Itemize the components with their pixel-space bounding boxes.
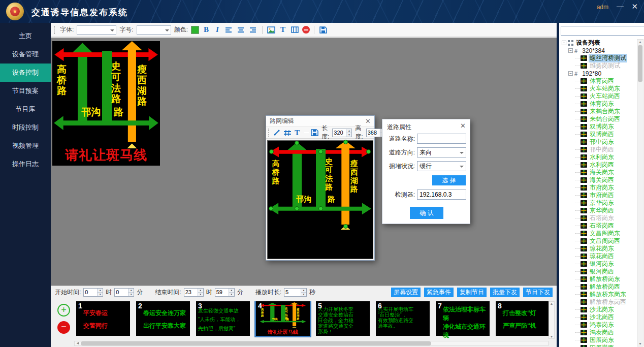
line-tool-icon[interactable] [273, 128, 280, 137]
align-right-icon[interactable] [249, 25, 258, 35]
scroll-left-icon[interactable]: ◄ [75, 341, 81, 345]
tree-device-解放桥岗西[interactable]: 解放桥岗西 [575, 283, 637, 291]
tree-device-沙北岗东[interactable]: 沙北岗东 [575, 306, 637, 313]
image-icon[interactable] [267, 25, 276, 35]
start-hour-input[interactable] [84, 289, 97, 296]
edit-handle[interactable] [366, 149, 371, 154]
tree-device-来鹤台岗西[interactable]: 来鹤台岗西 [575, 115, 637, 123]
tree-device-来鹤台岗东[interactable]: 来鹤台岗东 [575, 108, 637, 115]
collapse-icon[interactable]: − [568, 71, 573, 76]
minimize-button[interactable]: — [617, 2, 624, 10]
tree-device-解放桥东岗西[interactable]: 解放桥东岗西 [575, 298, 637, 306]
tree-device-京华岗西[interactable]: 京华岗西 [575, 207, 637, 214]
program-thumbnail-3[interactable]: 3发生轻微交通事故“人未伤，车能动，先拍照，后撤离” [196, 301, 250, 336]
program-vertical-scrollbar[interactable]: ▲▼ [549, 301, 555, 339]
tree-device-邗中岗西[interactable]: 邗中岗西 [575, 146, 637, 153]
tree-device-沙北岗西[interactable]: 沙北岗西 [575, 313, 637, 321]
collapse-icon[interactable]: − [562, 41, 566, 45]
bold-icon[interactable]: B [202, 25, 210, 34]
stepper-arrows[interactable]: ▲▼ [229, 289, 234, 296]
scroll-up-icon[interactable]: ▲ [638, 40, 642, 44]
tree-device-解放桥岗东[interactable]: 解放桥岗东 [575, 275, 637, 283]
sign-preview[interactable]: 高桥路史可法路瘦西湖路邗沟路 请礼让斑马线 [52, 41, 160, 166]
tree-device-体育岗东[interactable]: 体育岗东 [575, 100, 637, 108]
sidebar-item-节目预案[interactable]: 节目预案 [0, 82, 51, 100]
align-left-icon[interactable] [224, 25, 234, 35]
program-thumbnail-6[interactable]: 6扎实开展电动车“百日整治”，有效预防道路交通事故。 [376, 301, 430, 336]
tree-device-体育岗西[interactable]: 体育岗西 [575, 77, 637, 85]
tree-device-银河岗东[interactable]: 银河岗东 [575, 260, 637, 268]
tree-device-海关岗东[interactable]: 海关岗东 [575, 169, 637, 176]
end-hour-input[interactable] [184, 289, 198, 296]
sidebar-item-设备控制[interactable]: 设备控制 [0, 64, 51, 82]
program-thumbnail-5[interactable]: 5大力开展秋冬季交通安全整治百日会战，全力稳定道路交通安全形势！ [316, 301, 370, 336]
sidebar-item-节目库[interactable]: 节目库 [0, 100, 51, 118]
tree-device-银河岗西[interactable]: 银河岗西 [575, 268, 637, 275]
action-button-紧急事件[interactable]: 紧急事件 [424, 288, 454, 297]
stepper-arrows[interactable]: ▲▼ [128, 289, 134, 296]
program-horizontal-scrollbar[interactable]: ◄ [74, 341, 549, 346]
road-tool-icon[interactable] [283, 128, 292, 137]
end-minute-stepper[interactable]: ▲▼ [215, 288, 235, 297]
height-input[interactable] [367, 129, 380, 137]
tree-device-邗中岗东[interactable]: 邗中岗东 [575, 138, 637, 146]
action-button-复制节目[interactable]: 复制节目 [457, 288, 487, 297]
tree-scrollbar[interactable]: ▲ ▼ [637, 39, 643, 346]
program-thumbnail-4[interactable]: 4高桥路史可法路瘦西湖路邗沟路请礼让斑马线 [256, 301, 310, 336]
program-thumbnail-8[interactable]: 8打击整改“灯严查严防“机 [496, 301, 549, 336]
road-direction-select[interactable]: 来向 [417, 147, 466, 157]
tree-device-国展岗西[interactable]: 国展岗西 [575, 344, 637, 347]
sidebar-item-主页[interactable]: 主页 [0, 27, 51, 45]
color-swatch[interactable] [191, 26, 199, 34]
start-minute-stepper[interactable]: ▲▼ [114, 288, 134, 297]
delete-icon[interactable] [302, 26, 310, 34]
tree-device-水利岗西[interactable]: 水利岗西 [575, 161, 637, 169]
tree-device-火车站岗西[interactable]: 火车站岗西 [575, 92, 637, 100]
tree-group-192*80[interactable]: −#192*80 [568, 70, 637, 77]
save-icon[interactable] [318, 25, 328, 35]
congestion-select[interactable]: 缓行 [417, 161, 466, 171]
tree-device-市府岗西[interactable]: 市府岗西 [575, 192, 637, 199]
italic-icon[interactable]: I [213, 25, 221, 34]
edit-handle[interactable] [295, 206, 299, 211]
road-name-field[interactable] [417, 134, 466, 144]
close-button[interactable]: ✕ [631, 2, 638, 11]
tree-device-维扬岗测试[interactable]: 维扬岗测试 [575, 62, 637, 70]
tree-device-鸿泰岗东[interactable]: 鸿泰岗东 [575, 321, 637, 329]
edit-handle[interactable] [318, 149, 323, 154]
tree-device-京华岗东[interactable]: 京华岗东 [575, 199, 637, 207]
collapse-icon[interactable]: − [568, 48, 573, 53]
duration-input[interactable] [284, 289, 301, 296]
length-input[interactable] [333, 129, 346, 137]
confirm-button[interactable]: 确 认 [410, 207, 443, 219]
end-hour-stepper[interactable]: ▲▼ [184, 288, 204, 297]
text-icon[interactable]: T [279, 25, 287, 34]
tree-device-鸿泰岗西[interactable]: 鸿泰岗西 [575, 329, 637, 336]
tree-device-螺丝湾桥测试[interactable]: 螺丝湾桥测试 [575, 54, 637, 62]
roadnet-close-icon[interactable]: ✕ [365, 117, 371, 125]
tree-device-解放桥东岗东[interactable]: 解放桥东岗东 [575, 291, 637, 298]
stepper-arrows[interactable]: ▲▼ [198, 289, 203, 296]
end-minute-input[interactable] [215, 289, 229, 296]
tree-device-文昌阁岗西[interactable]: 文昌阁岗西 [575, 237, 637, 245]
add-program-button[interactable]: + [57, 304, 70, 317]
tree-device-琼花岗西[interactable]: 琼花岗西 [575, 253, 637, 260]
start-hour-stepper[interactable]: ▲▼ [83, 288, 103, 297]
sidebar-item-设备管理[interactable]: 设备管理 [0, 45, 51, 64]
tree-device-石塔岗东[interactable]: 石塔岗东 [575, 214, 637, 222]
size-select[interactable] [137, 25, 171, 35]
remove-program-button[interactable]: − [57, 321, 70, 334]
tree-device-琼花岗东[interactable]: 琼花岗东 [575, 245, 637, 253]
stepper-arrows[interactable]: ▲▼ [301, 289, 306, 296]
edit-handle[interactable] [318, 206, 323, 211]
road-properties-close-icon[interactable]: ✕ [460, 122, 466, 130]
tree-device-市府岗东[interactable]: 市府岗东 [575, 184, 637, 192]
scrollbar-thumb[interactable] [81, 341, 431, 345]
detector-input[interactable] [420, 191, 464, 198]
duration-stepper[interactable]: ▲▼ [284, 288, 307, 297]
program-thumbnail-2[interactable]: 2春运安全连万家出行平安靠大家 [136, 301, 190, 336]
length-stepper[interactable]: ▲▼ [332, 129, 352, 137]
tree-device-火车站岗东[interactable]: 火车站岗东 [575, 85, 637, 92]
tree-device-石塔岗西[interactable]: 石塔岗西 [575, 222, 637, 230]
roadnet-canvas[interactable]: 高桥路史可法路瘦西湖路邗沟路 [267, 140, 373, 259]
